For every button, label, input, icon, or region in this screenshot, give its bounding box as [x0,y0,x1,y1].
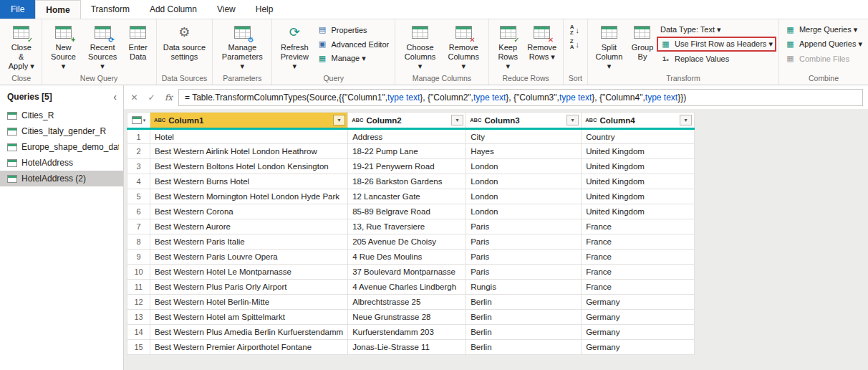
table-cell[interactable]: City [466,129,582,144]
row-number[interactable]: 8 [127,234,150,250]
group-by-button[interactable]: Group By [627,21,657,62]
table-cell[interactable]: Best Western Paris Louvre Opera [150,250,348,265]
keep-rows-button[interactable]: ✓ Keep Rows ▾ [492,21,524,71]
filter-dropdown-button[interactable]: ▾ [451,115,463,125]
data-source-settings-button[interactable]: ⚙ Data source settings [160,21,209,62]
row-number[interactable]: 5 [127,189,150,204]
table-cell[interactable]: Germany [582,310,695,325]
table-cell[interactable]: Country [582,129,695,144]
table-cell[interactable]: Best Western Burns Hotel [150,174,348,189]
row-number[interactable]: 13 [127,310,150,325]
row-number[interactable]: 10 [127,265,150,280]
row-number[interactable]: 4 [127,174,150,189]
table-cell[interactable]: 12 Lancaster Gate [348,189,466,204]
query-item[interactable]: Europe_shape_demo_data [0,139,123,155]
table-cell[interactable]: Paris [466,265,582,280]
table-cell[interactable]: Best Western Hotel Berlin-Mitte [150,295,348,310]
table-cell[interactable]: Best Western Hotel Le Montparnasse [150,265,348,280]
table-cell[interactable]: Germany [582,295,695,310]
column-header[interactable]: ABCColumn4▾ [582,113,695,129]
formula-input[interactable]: = Table.TransformColumnTypes(Source,{{"C… [178,89,863,106]
column-header[interactable]: ABCColumn2▾ [348,113,466,129]
query-item[interactable]: HotelAddress (2) [0,171,123,186]
manage-button[interactable]: ▦ Manage ▾ [314,52,392,65]
tab-add-column[interactable]: Add Column [140,0,207,19]
table-cell[interactable]: United Kingdom [582,189,695,204]
advanced-editor-button[interactable]: ▣ Advanced Editor [314,37,392,51]
row-number[interactable]: 1 [127,129,150,144]
table-cell[interactable]: 205 Avenue De Choisy [348,234,466,250]
remove-rows-button[interactable]: ✕ Remove Rows ▾ [524,21,560,62]
recent-sources-button[interactable]: ⟳ Recent Sources ▾ [82,21,122,71]
row-number[interactable]: 9 [127,250,150,265]
column-header[interactable]: ABCColumn3▾ [466,113,582,129]
table-cell[interactable]: United Kingdom [582,159,695,174]
combine-files-button[interactable]: ▦ Combine Files [782,52,865,65]
table-cell[interactable]: Best Western Corona [150,204,348,219]
file-menu[interactable]: File [0,0,35,19]
table-cell[interactable]: Rungis [466,280,582,295]
filter-dropdown-button[interactable]: ▾ [333,115,345,125]
properties-button[interactable]: ▤ Properties [314,23,392,37]
sort-ascending-button[interactable]: AZ ↓ [566,23,583,37]
replace-values-button[interactable]: 1₂ Replace Values [657,52,776,65]
table-cell[interactable]: Best Western Aurore [150,219,348,234]
new-source-button[interactable]: + New Source ▾ [45,21,82,71]
table-cell[interactable]: Paris [466,250,582,265]
query-item[interactable]: HotelAddress [0,155,123,171]
data-type-button[interactable]: Data Type: Text ▾ [657,23,776,37]
collapse-pane-icon[interactable]: ‹ [113,91,117,103]
table-cell[interactable]: France [582,280,695,295]
table-cell[interactable]: Hayes [466,144,582,159]
table-cell[interactable]: Best Western Plus Amedia Berlin Kurfuers… [150,325,348,340]
table-cell[interactable]: Neue Grunstrasse 28 [348,310,466,325]
table-cell[interactable]: Paris [466,234,582,250]
table-cell[interactable]: London [466,174,582,189]
choose-columns-button[interactable]: Choose Columns ▾ [398,21,442,71]
column-header[interactable]: ABCColumn1▾ [150,113,348,129]
table-cell[interactable]: United Kingdom [582,144,695,159]
table-cell[interactable]: Best Western Mornington Hotel London Hyd… [150,189,348,204]
tab-home[interactable]: Home [35,0,80,19]
table-cell[interactable]: Berlin [466,340,582,355]
sort-descending-button[interactable]: ZA ↓ [566,37,583,51]
table-cell[interactable]: London [466,159,582,174]
table-cell[interactable]: United Kingdom [582,204,695,219]
table-cell[interactable]: Best Western Hotel am Spittelmarkt [150,310,348,325]
table-cell[interactable]: Address [348,129,466,144]
query-item[interactable]: Cities_R [0,108,123,123]
table-cell[interactable]: Jonas-Lie-Strasse 11 [348,340,466,355]
table-cell[interactable]: Albrechtstrasse 25 [348,295,466,310]
merge-queries-button[interactable]: ▦ Merge Queries ▾ [782,23,865,37]
table-cell[interactable]: France [582,234,695,250]
table-cell[interactable]: Best Western Premier Airporthotel Fontan… [150,340,348,355]
table-cell[interactable]: 18-26 Barkston Gardens [348,174,466,189]
refresh-preview-button[interactable]: ⟳ Refresh Preview ▾ [275,21,314,71]
table-cell[interactable]: Best Western Boltons Hotel London Kensin… [150,159,348,174]
table-cell[interactable]: France [582,265,695,280]
tab-help[interactable]: Help [246,0,284,19]
table-cell[interactable]: Berlin [466,295,582,310]
table-cell[interactable]: United Kingdom [582,174,695,189]
split-column-button[interactable]: Split Column ▾ [591,21,627,71]
close-apply-button[interactable]: ✓ Close & Apply ▾ [4,21,39,71]
table-cell[interactable]: Best Western Plus Paris Orly Airport [150,280,348,295]
row-number[interactable]: 6 [127,204,150,219]
table-cell[interactable]: 19-21 Penywern Road [348,159,466,174]
table-cell[interactable]: Berlin [466,325,582,340]
table-cell[interactable]: Best Western Airlink Hotel London Heathr… [150,144,348,159]
manage-parameters-button[interactable]: ⚙ Manage Parameters ▾ [216,21,269,71]
filter-dropdown-button[interactable]: ▾ [566,115,579,125]
tab-view[interactable]: View [207,0,246,19]
row-number[interactable]: 11 [127,280,150,295]
table-cell[interactable]: Paris [466,219,582,234]
table-cell[interactable]: London [466,204,582,219]
table-cell[interactable]: 13, Rue Traversiere [348,219,466,234]
remove-columns-button[interactable]: ✕ Remove Columns ▾ [442,21,486,71]
table-cell[interactable]: Germany [582,325,695,340]
table-cell[interactable]: Best Western Paris Italie [150,234,348,250]
table-cell[interactable]: 37 Boulevard Montparnasse [348,265,466,280]
row-number[interactable]: 2 [127,144,150,159]
row-number[interactable]: 15 [127,340,150,355]
row-number[interactable]: 12 [127,295,150,310]
